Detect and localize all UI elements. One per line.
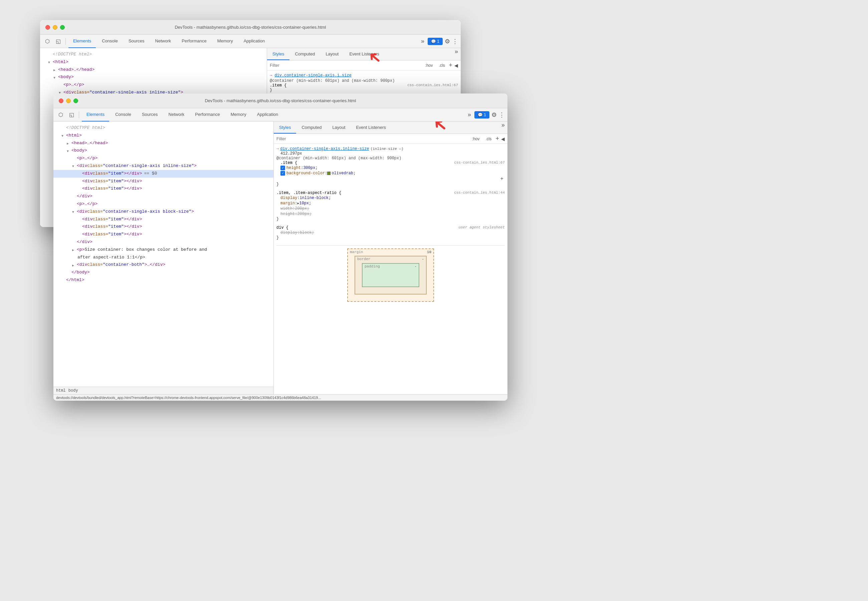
html-line-close-div-2[interactable]: </div> <box>53 238 273 246</box>
hov-button-front[interactable]: :hov <box>470 136 482 142</box>
plus-button-back[interactable]: + <box>449 62 452 69</box>
styles-tab-layout-back[interactable]: Layout <box>320 48 344 60</box>
styles-tab-computed-front[interactable]: Computed <box>296 122 327 134</box>
html-line-head-front[interactable]: <head>…</head> <box>53 140 273 147</box>
html-line-item-1[interactable]: <div class="item"></div> == $0 <box>53 170 273 178</box>
html-line-close-html[interactable]: </html> <box>53 276 273 284</box>
toggle-front[interactable]: ◀ <box>501 136 505 142</box>
mobile-icon[interactable]: ◱ <box>53 37 63 46</box>
html-line-b-item-3[interactable]: <div class="item"></div> <box>53 231 273 238</box>
styles-tab-layout-front[interactable]: Layout <box>327 122 350 134</box>
settings-button-back[interactable]: ⚙ <box>445 38 450 45</box>
more-options-front[interactable]: ⋮ <box>499 111 505 119</box>
styles-tab-styles-front[interactable]: Styles <box>274 122 296 134</box>
tab-network-front[interactable]: Network <box>164 108 189 122</box>
minimize-button-back[interactable] <box>53 25 58 30</box>
add-property-btn[interactable]: + <box>500 176 503 182</box>
cursor-icon[interactable]: ⬡ <box>43 37 52 46</box>
html-line-doctype[interactable]: <!DOCTYPE html> <box>40 51 267 58</box>
triangle-html[interactable] <box>48 60 52 64</box>
more-tabs-button-back[interactable]: » <box>420 38 426 45</box>
html-line-item-3[interactable]: <div class="item"></div> <box>53 185 273 193</box>
css-source-ua: user agent stylesheet <box>458 225 505 230</box>
chat-button-back[interactable]: 💬 1 <box>428 38 443 45</box>
tab-console-front[interactable]: Console <box>111 108 136 122</box>
html-line-p-front[interactable]: <p>…</p> <box>53 155 273 162</box>
mobile-icon-front[interactable]: ◱ <box>67 110 76 119</box>
maximize-button-back[interactable] <box>60 25 65 30</box>
tri-body[interactable] <box>67 149 71 153</box>
html-line-html[interactable]: <html> <box>40 58 267 66</box>
html-line-body-front[interactable]: <body> <box>53 147 273 155</box>
tab-network-back[interactable]: Network <box>151 35 176 48</box>
styles-tab-computed-back[interactable]: Computed <box>289 48 320 60</box>
filter-input-back[interactable] <box>270 63 421 68</box>
styles-tab-events-front[interactable]: Event Listeners <box>350 122 391 134</box>
attr-class-val-inline: "container-single-axis inline-size" <box>103 163 194 169</box>
margin-label: margin <box>350 250 363 254</box>
cursor-icon-front[interactable]: ⬡ <box>56 110 65 119</box>
html-line-div-block[interactable]: <div class="container-single-axis block-… <box>53 208 273 216</box>
triangle-body[interactable] <box>53 75 58 79</box>
minimize-button-front[interactable] <box>66 99 71 103</box>
toolbar-separator <box>65 38 66 45</box>
tab-performance-front[interactable]: Performance <box>190 108 224 122</box>
tab-sources-back[interactable]: Sources <box>124 35 149 48</box>
html-line-b-item-2[interactable]: <div class="item"></div> <box>53 223 273 231</box>
styles-tabs-back: Styles Computed Layout Event Listeners » <box>267 48 461 60</box>
html-line-p2[interactable]: <p>…</p> <box>53 200 273 208</box>
tab-performance-back[interactable]: Performance <box>177 35 211 48</box>
tri-div-block[interactable] <box>72 210 76 214</box>
tab-application-front[interactable]: Application <box>253 108 283 122</box>
selector-link-back[interactable]: div.container-single-axis.i…size <box>274 73 351 78</box>
more-options-back[interactable]: ⋮ <box>452 38 458 45</box>
tri-p-size[interactable] <box>72 248 76 252</box>
css-check-bgcolor[interactable] <box>280 171 285 175</box>
tab-elements-front[interactable]: Elements <box>82 108 109 122</box>
plus-button-front[interactable]: + <box>495 135 499 142</box>
cls-button-front[interactable]: .cls <box>483 136 493 142</box>
html-line-html-front[interactable]: <html> <box>53 132 273 140</box>
css-check-height[interactable] <box>280 166 285 170</box>
styles-more-back[interactable]: » <box>455 48 461 60</box>
settings-button-front[interactable]: ⚙ <box>492 111 497 119</box>
html-line-body[interactable]: <body> <box>40 73 267 81</box>
chat-button-front[interactable]: 💬 1 <box>474 111 489 119</box>
tri-head[interactable] <box>67 141 71 145</box>
styles-more-front[interactable]: » <box>501 122 507 134</box>
close-html: </html> <box>66 277 84 284</box>
html-line-close-body[interactable]: </body> <box>53 269 273 276</box>
breadcrumb-body[interactable]: body <box>69 388 78 393</box>
maximize-button-front[interactable] <box>73 99 78 103</box>
cls-button-back[interactable]: .cls <box>437 63 447 69</box>
triangle-head[interactable] <box>53 68 58 72</box>
tab-sources-front[interactable]: Sources <box>137 108 163 122</box>
html-line-p[interactable]: <p>…</p> <box>40 81 267 89</box>
html-line-b-item-1[interactable]: <div class="item"></div> <box>53 216 273 223</box>
html-line-item-2[interactable]: <div class="item"></div> <box>53 178 273 185</box>
html-line-div-both[interactable]: <div class="container-both">…</div> <box>53 261 273 269</box>
breadcrumb-html[interactable]: html <box>56 388 66 393</box>
toggle-back[interactable]: ◀ <box>454 63 458 68</box>
tab-console-back[interactable]: Console <box>97 35 123 48</box>
styles-tab-styles-back[interactable]: Styles <box>267 48 289 60</box>
html-line-doctype-front[interactable]: <!DOCTYPE html> <box>53 124 273 132</box>
html-line-div-inline[interactable]: <div class="container-single-axis inline… <box>53 162 273 170</box>
tri-div-both[interactable] <box>72 263 76 267</box>
semi-d: ; <box>329 196 331 200</box>
close-button-back[interactable] <box>46 25 50 30</box>
tri-html[interactable] <box>61 134 65 137</box>
more-tabs-button-front[interactable]: » <box>466 111 472 118</box>
close-button-front[interactable] <box>59 99 64 103</box>
html-line-close-div-1[interactable]: </div> <box>53 193 273 200</box>
tab-memory-back[interactable]: Memory <box>213 35 238 48</box>
selector-link-1[interactable]: div.container-single-axis.inline-size <box>280 146 369 151</box>
tab-elements-back[interactable]: Elements <box>69 35 96 48</box>
tab-memory-front[interactable]: Memory <box>226 108 251 122</box>
tri-div-inline[interactable] <box>72 164 76 168</box>
html-line-p-size[interactable]: <p>Size container: box changes color at … <box>53 246 273 254</box>
html-line-head[interactable]: <head>…</head> <box>40 66 267 74</box>
hov-button-back[interactable]: :hov <box>423 63 435 69</box>
filter-input-front[interactable] <box>276 136 470 141</box>
tab-application-back[interactable]: Application <box>239 35 270 48</box>
